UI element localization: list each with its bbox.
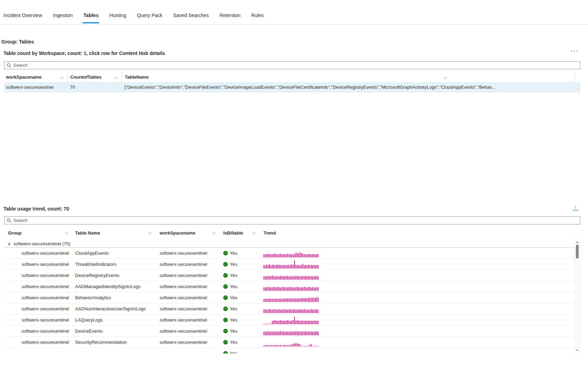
search-icon — [7, 63, 11, 68]
table-row[interactable]: softwerx-securesentinel CloudAppEvents s… — [4, 248, 574, 259]
trend-sparkline — [264, 316, 574, 324]
column-header-countoftables[interactable]: CountofTables ↑↓ — [67, 72, 122, 82]
billable-label: Yes — [230, 295, 237, 300]
cell-group: softwerx-securesentinel — [4, 284, 71, 289]
search-input[interactable] — [13, 62, 580, 69]
sort-icon[interactable]: ↑↓ — [65, 231, 71, 235]
trend-sparkline — [264, 260, 574, 269]
sort-icon[interactable]: ↑↓ — [114, 75, 122, 79]
trend-sparkline — [264, 249, 574, 257]
tab-label: Query Pack — [137, 13, 162, 18]
vertical-scrollbar[interactable]: ▲ ▼ — [574, 239, 580, 353]
column-header-trend: Trend — [257, 230, 580, 236]
table-row[interactable]: softwerx-securesentinel SecurityRecommen… — [4, 337, 574, 348]
cell-table-name: AADNonInteractiveUserSignInLogs — [71, 306, 154, 311]
cell-workspace: softwerx-securesentinel — [154, 251, 217, 256]
cell-workspace: softwerx-securesentinel — [154, 262, 217, 267]
tab-bar-divider — [0, 24, 588, 25]
cell-table-name: SecurityRecommendation — [71, 340, 154, 345]
cell-group: softwerx-securesentinel — [4, 262, 71, 267]
billable-label: Yes — [230, 351, 237, 354]
table-row[interactable]: softwerx-securesentinel AADManagedIdenti… — [4, 281, 574, 292]
billable-label: Yes — [230, 273, 237, 278]
column-header-filler — [575, 72, 580, 82]
sort-icon[interactable]: ↑↓ — [212, 231, 217, 235]
column-header-tablename[interactable]: TableName ↑↓ — [122, 72, 575, 82]
chevron-down-icon[interactable]: ∨ — [4, 242, 14, 246]
table-count-row[interactable]: softwerx-securesentinel 70 ["DeviceEvent… — [4, 82, 580, 93]
billable-label: Yes — [230, 262, 237, 267]
trend-sparkline — [264, 304, 574, 313]
cell-table-name: ThreatIntelIndicators — [71, 262, 154, 267]
cell-countoftables: 70 — [67, 85, 122, 90]
billable-check-icon: ✓ — [223, 284, 228, 289]
table-row[interactable]: softwerx-securesentinel DeviceEvents sof… — [4, 326, 574, 337]
tab-bar: Incident Overview Ingestion Tables Hunti… — [3, 10, 264, 23]
tab-label: Rules — [251, 13, 264, 18]
column-label: workSpacename — [160, 230, 195, 236]
billable-check-icon: ✓ — [223, 273, 228, 278]
scroll-down-icon[interactable]: ▼ — [575, 349, 580, 352]
cell-table-name: DeviceRegistryEvents — [71, 273, 154, 278]
tab-label: Saved Searches — [173, 13, 209, 18]
column-header-isbillable[interactable]: IsBillable ↑↓ — [217, 230, 257, 236]
table-row[interactable]: softwerx-securesentinel BehaviorAnalytic… — [4, 292, 574, 303]
tab-rules[interactable]: Rules — [251, 10, 265, 23]
partial-row[interactable]: ✓ Yes — [4, 348, 574, 354]
cell-group: softwerx-securesentinel — [4, 306, 71, 311]
download-underline — [572, 210, 579, 211]
table-row[interactable]: softwerx-securesentinel ThreatIntelIndic… — [4, 259, 574, 270]
usage-trend-body: ∨ softwerx-securesentinel (70) softwerx-… — [4, 240, 574, 354]
scroll-up-icon[interactable]: ▲ — [575, 240, 580, 244]
billable-label: Yes — [230, 306, 237, 311]
cell-workspace: softwerx-securesentinel — [154, 317, 217, 323]
column-label: CountofTables — [70, 74, 102, 80]
billable-check-icon: ✓ — [223, 329, 228, 333]
billable-label: Yes — [230, 284, 237, 289]
cell-workspace: softwerx-securesentinel — [154, 295, 217, 300]
column-label: IsBillable — [223, 230, 243, 236]
table-row[interactable]: softwerx-securesentinel LAQueryLogs soft… — [4, 315, 574, 326]
cell-group: softwerx-securesentinel — [4, 340, 71, 345]
tab-incident-overview[interactable]: Incident Overview — [3, 10, 43, 23]
table-row[interactable]: softwerx-securesentinel DeviceRegistryEv… — [4, 270, 574, 281]
column-header-workspacename[interactable]: workSpacename ↑↓ — [154, 230, 217, 236]
tab-tables[interactable]: Tables — [83, 10, 99, 23]
tab-ingestion[interactable]: Ingestion — [52, 10, 73, 23]
billable-check-icon: ✓ — [223, 307, 228, 311]
tab-hunting[interactable]: Hunting — [108, 10, 127, 23]
search-input[interactable] — [13, 217, 580, 224]
download-icon[interactable]: ↓ — [572, 204, 579, 211]
tab-label: Incident Overview — [3, 13, 42, 18]
cell-table-name: DeviceEvents — [71, 328, 154, 334]
column-header-workspacename[interactable]: workSpacename ↑↓ — [4, 72, 67, 82]
cell-table-name: LAQueryLogs — [71, 317, 154, 323]
column-header-group[interactable]: Group ↑↓ — [4, 230, 71, 236]
sort-icon[interactable]: ↑↓ — [60, 75, 67, 79]
group-row[interactable]: ∨ softwerx-securesentinel (70) — [4, 240, 574, 248]
sort-icon[interactable]: ↑↓ — [252, 231, 257, 235]
trend-sparkline — [264, 293, 574, 302]
tab-retention[interactable]: Retention — [219, 10, 241, 23]
cell-workspace: softwerx-securesentinel — [154, 273, 217, 278]
sort-icon[interactable]: ↑↓ — [148, 231, 154, 235]
search-icon — [7, 218, 11, 223]
tab-query-pack[interactable]: Query Pack — [136, 10, 163, 23]
usage-rows: softwerx-securesentinel CloudAppEvents s… — [4, 248, 574, 348]
cell-group: softwerx-securesentinel — [4, 317, 71, 323]
scrollbar-thumb[interactable] — [576, 245, 579, 259]
usage-trend-header: Group ↑↓ Table Name ↑↓ workSpacename ↑↓ … — [4, 226, 580, 239]
cell-workspace: softwerx-securesentinel — [154, 328, 217, 334]
cell-workspace: softwerx-securesentinel — [154, 340, 217, 345]
trend-sparkline — [264, 327, 574, 335]
column-label: workSpacename — [6, 74, 42, 80]
column-header-table-name[interactable]: Table Name ↑↓ — [71, 230, 154, 236]
billable-label: Yes — [230, 251, 237, 256]
sort-icon[interactable]: ↑↓ — [444, 75, 447, 79]
table-count-search — [4, 61, 580, 69]
tab-saved-searches[interactable]: Saved Searches — [172, 10, 210, 23]
table-row[interactable]: softwerx-securesentinel AADNonInteractiv… — [4, 303, 574, 315]
cell-group: softwerx-securesentinel — [4, 295, 71, 300]
cell-workspace: softwerx-securesentinel — [154, 284, 217, 289]
more-options-icon[interactable]: ··· — [571, 48, 579, 54]
